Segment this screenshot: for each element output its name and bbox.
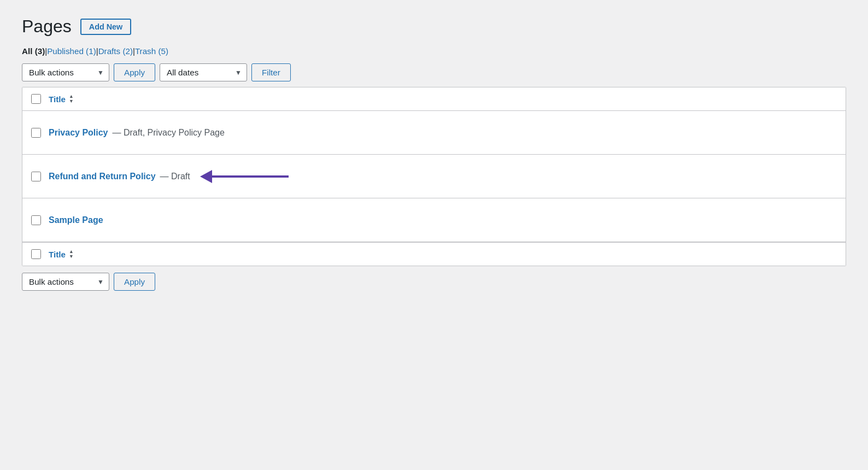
table-footer-header-row: Title ▲▼ xyxy=(22,242,846,266)
arrow-annotation xyxy=(201,170,289,183)
pages-table: Title ▲▼ Privacy Policy — Draft, Privacy… xyxy=(22,87,846,266)
sort-icon: ▲▼ xyxy=(69,94,74,104)
filter-trash-link[interactable]: Trash (5) xyxy=(135,46,168,56)
filter-links: All (3) | Published (1) | Drafts (2) | T… xyxy=(22,46,846,56)
privacy-policy-subtitle: — Draft, Privacy Policy Page xyxy=(113,128,225,138)
all-dates-select[interactable]: All dates xyxy=(160,63,247,81)
filter-drafts-link[interactable]: Drafts (2) xyxy=(98,46,133,56)
row-select-refund-policy[interactable] xyxy=(31,172,41,181)
add-new-button[interactable]: Add New xyxy=(80,19,132,35)
filter-link-trash: Trash (5) xyxy=(135,46,168,56)
filter-link-published: Published (1) xyxy=(47,46,96,56)
table-row: Privacy Policy — Draft, Privacy Policy P… xyxy=(22,111,846,155)
apply-button-bottom[interactable]: Apply xyxy=(114,273,155,291)
row-select-sample-page[interactable] xyxy=(31,215,41,225)
privacy-policy-link[interactable]: Privacy Policy xyxy=(49,128,108,138)
page-header: Pages Add New xyxy=(22,16,846,37)
filter-link-all: All (3) xyxy=(22,46,45,56)
arrow-head-icon xyxy=(200,170,212,183)
refund-policy-subtitle: — Draft xyxy=(160,172,190,181)
filter-link-drafts: Drafts (2) xyxy=(98,46,133,56)
row-title-sample-page: Sample Page xyxy=(46,215,837,225)
select-all-checkbox-footer-wrapper xyxy=(31,249,46,259)
bulk-actions-select-bottom[interactable]: Bulk actions Edit Move to Trash xyxy=(22,273,109,291)
bulk-actions-wrapper-bottom: Bulk actions Edit Move to Trash ▼ xyxy=(22,273,109,291)
table-row: Sample Page xyxy=(22,198,846,242)
table-header-row: Title ▲▼ xyxy=(22,87,846,111)
page-title: Pages xyxy=(22,16,72,37)
select-all-checkbox-footer[interactable] xyxy=(31,249,41,259)
toolbar-bottom: Bulk actions Edit Move to Trash ▼ Apply xyxy=(22,273,846,291)
row-checkbox-privacy-policy xyxy=(31,128,46,138)
table-row: Refund and Return Policy — Draft xyxy=(22,155,846,198)
toolbar-top: Bulk actions Edit Move to Trash ▼ Apply … xyxy=(22,63,846,81)
sort-icon-footer: ▲▼ xyxy=(69,249,74,259)
row-select-privacy-policy[interactable] xyxy=(31,128,41,138)
sample-page-link[interactable]: Sample Page xyxy=(49,215,103,225)
title-sort-button[interactable]: Title ▲▼ xyxy=(49,94,837,104)
title-sort-button-footer[interactable]: Title ▲▼ xyxy=(49,249,837,259)
bulk-actions-select-top[interactable]: Bulk actions Edit Move to Trash xyxy=(22,63,109,81)
title-column-footer-header: Title ▲▼ xyxy=(46,249,837,259)
refund-policy-link[interactable]: Refund and Return Policy xyxy=(49,172,156,181)
filter-all-link[interactable]: All (3) xyxy=(22,46,45,56)
row-title-refund-policy: Refund and Return Policy — Draft xyxy=(46,170,837,183)
title-column-header: Title ▲▼ xyxy=(46,94,837,104)
bulk-actions-wrapper-top: Bulk actions Edit Move to Trash ▼ xyxy=(22,63,109,81)
row-checkbox-sample-page xyxy=(31,215,46,225)
arrow-line xyxy=(212,175,289,178)
filter-published-link[interactable]: Published (1) xyxy=(47,46,96,56)
select-all-checkbox-wrapper xyxy=(31,94,46,104)
row-checkbox-refund-policy xyxy=(31,172,46,181)
all-dates-wrapper: All dates ▼ xyxy=(160,63,247,81)
select-all-checkbox[interactable] xyxy=(31,94,41,104)
apply-button-top[interactable]: Apply xyxy=(114,63,155,81)
filter-button[interactable]: Filter xyxy=(251,63,291,81)
row-title-privacy-policy: Privacy Policy — Draft, Privacy Policy P… xyxy=(46,128,837,138)
